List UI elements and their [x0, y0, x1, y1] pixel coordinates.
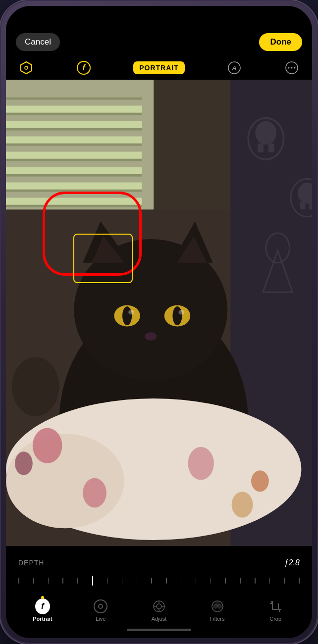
svg-rect-33	[300, 202, 306, 210]
svg-point-53	[33, 428, 62, 464]
tab-bar: f Portrait Live	[6, 593, 312, 624]
svg-point-1	[25, 66, 28, 69]
svg-point-48	[128, 310, 134, 315]
tick	[107, 578, 108, 584]
tools-bar: f PORTRAIT A	[6, 56, 312, 80]
depth-row: DEPTH ƒ2.8	[18, 558, 300, 567]
tick	[225, 578, 226, 584]
svg-rect-13	[6, 121, 142, 128]
adjust-tab-icon	[152, 599, 166, 614]
tick	[62, 578, 63, 584]
svg-point-50	[145, 332, 157, 341]
svg-rect-23	[6, 198, 142, 204]
depth-section: DEPTH ƒ2.8	[6, 553, 312, 593]
tick	[33, 578, 34, 584]
svg-point-45	[122, 306, 132, 325]
tick	[48, 578, 49, 584]
tick	[166, 578, 167, 584]
done-button[interactable]: Done	[259, 33, 302, 51]
tick	[18, 578, 19, 584]
hexagon-tool[interactable]	[18, 60, 34, 76]
tick	[240, 578, 241, 584]
photo-canvas	[6, 80, 312, 546]
svg-point-49	[178, 310, 184, 315]
svg-point-59	[12, 357, 59, 416]
svg-point-54	[83, 478, 106, 508]
tick	[181, 578, 182, 584]
tick-active	[92, 576, 93, 586]
slider-ticks	[18, 576, 300, 586]
svg-rect-20	[6, 174, 142, 177]
svg-rect-19	[6, 167, 142, 174]
svg-point-28	[255, 121, 276, 145]
tick	[137, 578, 138, 584]
tick	[77, 578, 78, 584]
more-tool[interactable]	[284, 60, 300, 76]
tick	[299, 578, 300, 584]
photo-content	[6, 80, 312, 546]
svg-point-7	[294, 67, 296, 69]
svg-marker-0	[21, 62, 32, 74]
phone-screen: Cancel Done f PORTRAIT A	[6, 6, 312, 638]
home-indicator	[6, 624, 312, 638]
svg-rect-11	[6, 105, 142, 112]
tick	[255, 578, 256, 584]
svg-rect-30	[268, 144, 274, 152]
tab-live[interactable]: Live	[86, 599, 115, 622]
tick	[284, 578, 285, 584]
portrait-icon-circle: f	[35, 598, 50, 614]
svg-rect-15	[6, 136, 142, 143]
svg-rect-22	[6, 190, 142, 192]
svg-rect-34	[309, 202, 312, 210]
svg-rect-17	[6, 151, 142, 158]
svg-rect-24	[6, 205, 142, 207]
tick	[269, 578, 270, 584]
svg-rect-12	[6, 113, 142, 115]
svg-rect-14	[6, 128, 142, 131]
phone-frame: Cancel Done f PORTRAIT A	[0, 0, 318, 644]
adjust-tab-label: Adjust	[152, 616, 167, 622]
crop-tab-icon	[268, 599, 283, 614]
svg-point-58	[251, 470, 269, 492]
svg-rect-29	[258, 144, 264, 152]
svg-point-5	[288, 67, 290, 69]
svg-point-52	[6, 434, 124, 528]
f-tool[interactable]: f	[76, 60, 92, 76]
portrait-active-dot	[41, 596, 44, 599]
svg-point-47	[172, 306, 182, 325]
portrait-tab-icon: f	[35, 599, 50, 614]
live-tab-icon	[93, 599, 108, 614]
tab-portrait[interactable]: f Portrait	[28, 599, 57, 622]
filters-tab-icon	[210, 599, 225, 614]
dynamic-island	[129, 13, 189, 30]
bottom-controls: DEPTH ƒ2.8	[6, 546, 312, 638]
svg-rect-18	[6, 159, 142, 161]
depth-slider[interactable]	[18, 573, 300, 588]
svg-point-57	[15, 451, 33, 475]
svg-point-55	[188, 447, 213, 480]
photo-area	[6, 80, 312, 546]
svg-point-61	[157, 604, 161, 609]
tab-filters[interactable]: Filters	[203, 599, 232, 622]
tick	[196, 578, 197, 584]
svg-point-69	[215, 601, 220, 606]
pencil-tool[interactable]: A	[226, 60, 242, 76]
cancel-button[interactable]: Cancel	[16, 33, 60, 51]
svg-rect-10	[6, 98, 142, 100]
svg-rect-16	[6, 144, 142, 146]
crop-tab-label: Crop	[269, 616, 281, 622]
svg-rect-21	[6, 182, 142, 189]
svg-point-6	[291, 67, 293, 69]
portrait-badge[interactable]: PORTRAIT	[133, 61, 185, 74]
filters-tab-label: Filters	[210, 616, 225, 622]
tick	[211, 578, 212, 584]
tab-crop[interactable]: Crop	[261, 599, 290, 622]
tick	[151, 578, 152, 584]
live-tab-label: Live	[96, 616, 106, 622]
svg-point-56	[232, 492, 253, 517]
tick	[122, 578, 123, 584]
depth-value: ƒ2.8	[284, 558, 300, 567]
svg-text:A: A	[232, 64, 237, 72]
home-bar	[127, 629, 191, 631]
tab-adjust[interactable]: Adjust	[144, 599, 174, 622]
